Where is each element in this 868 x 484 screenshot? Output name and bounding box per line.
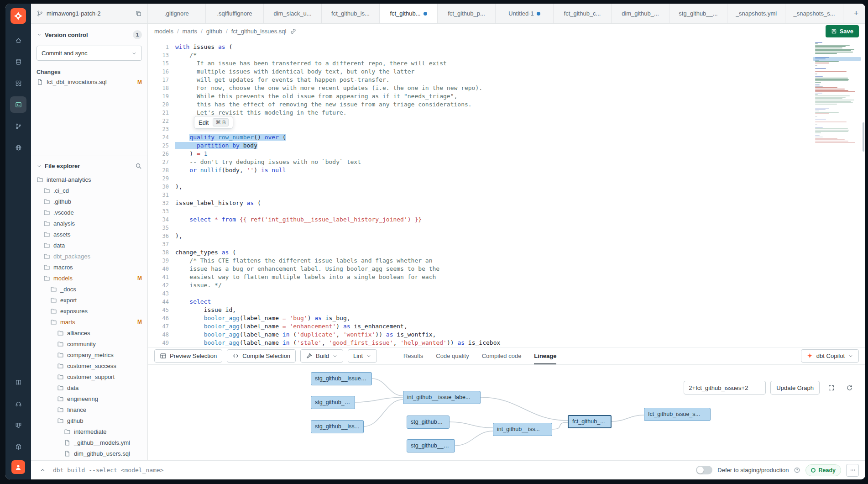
editor-tab[interactable]: _snapshots.yml bbox=[727, 4, 785, 23]
tree-item-exposures[interactable]: exposures bbox=[31, 305, 147, 316]
tree-item-finance[interactable]: finance bbox=[31, 404, 147, 415]
tree-item-intermediate[interactable]: intermediate bbox=[31, 426, 147, 437]
copy-branch-icon[interactable] bbox=[135, 10, 142, 17]
tree-item-dbt_packages[interactable]: dbt_packages bbox=[31, 251, 147, 262]
rail-item-boards[interactable] bbox=[10, 417, 26, 433]
lineage-node[interactable]: stg_github__issue_... bbox=[311, 372, 372, 385]
editor-tab[interactable]: dim_github_... bbox=[612, 4, 669, 23]
code-line[interactable]: 41 easiest way to flatten multiple label… bbox=[148, 273, 865, 281]
save-button[interactable]: Save bbox=[826, 25, 859, 37]
breadcrumb-segment[interactable]: models bbox=[154, 28, 173, 35]
edit-tooltip[interactable]: Edit ⌘ B bbox=[194, 116, 233, 129]
result-tab-lineage[interactable]: Lineage bbox=[534, 347, 556, 364]
code-line[interactable]: 47 boolor_agg(label_name = 'enhancement'… bbox=[148, 322, 865, 331]
code-line[interactable]: 23 bbox=[148, 125, 865, 133]
lineage-selector-input[interactable] bbox=[684, 381, 766, 395]
code-line[interactable]: 40 issue has a bug or enhancement label.… bbox=[148, 265, 865, 273]
rail-item-support[interactable] bbox=[10, 395, 26, 412]
overflow-menu-button[interactable] bbox=[846, 464, 859, 477]
code-line[interactable]: 13 /* bbox=[148, 51, 865, 59]
tree-item-alliances[interactable]: alliances bbox=[31, 327, 147, 338]
chevron-down-icon[interactable] bbox=[37, 32, 42, 37]
code-line[interactable]: 46 boolor_agg(label_name = 'bug') as is_… bbox=[148, 314, 865, 322]
editor-scrollbar[interactable] bbox=[863, 122, 864, 152]
rail-item-deploy[interactable] bbox=[10, 53, 26, 70]
code-line[interactable]: 38change_types as ( bbox=[148, 248, 865, 257]
dbt-copilot-button[interactable]: dbt Copilot bbox=[801, 349, 859, 363]
code-line[interactable]: 22 bbox=[148, 117, 865, 125]
status-badge[interactable]: Ready bbox=[805, 464, 841, 476]
expand-command-bar-button[interactable] bbox=[37, 465, 47, 475]
user-avatar[interactable] bbox=[11, 460, 25, 474]
tree-item-community[interactable]: community bbox=[31, 338, 147, 349]
code-line[interactable]: 32issue_label_history as ( bbox=[148, 199, 865, 207]
tree-item-company_metrics[interactable]: company_metrics bbox=[31, 349, 147, 360]
code-line[interactable]: 33 bbox=[148, 207, 865, 216]
file-explorer-header[interactable]: File explorer bbox=[31, 156, 147, 172]
rail-item-develop[interactable] bbox=[10, 96, 26, 113]
tree-item-internal-analytics[interactable]: internal-analytics bbox=[31, 174, 147, 185]
rail-item-notebook[interactable] bbox=[10, 374, 26, 390]
code-line[interactable]: 25 partition by body bbox=[148, 142, 865, 150]
editor-tab[interactable]: stg_github__... bbox=[669, 4, 727, 23]
editor-tab[interactable]: fct_github... bbox=[380, 4, 438, 23]
code-line[interactable]: 26 ) = 1 bbox=[148, 150, 865, 158]
lineage-node[interactable]: fct_github_issue_s... bbox=[644, 408, 711, 421]
code-line[interactable]: 30), bbox=[148, 183, 865, 191]
chevron-down-icon[interactable] bbox=[37, 163, 42, 169]
code-line[interactable]: 20 this has the effect of removing the n… bbox=[148, 100, 865, 109]
branch-widget[interactable]: mirnawong1-patch-2 bbox=[31, 4, 148, 23]
tree-item-models[interactable]: modelsM bbox=[31, 273, 147, 284]
update-graph-button[interactable]: Update Graph bbox=[770, 381, 820, 395]
tree-item-marts[interactable]: martsM bbox=[31, 316, 147, 327]
editor-tab[interactable]: fct_github_is... bbox=[322, 4, 380, 23]
tree-item-.github[interactable]: .github bbox=[31, 196, 147, 207]
tree-item-engineering[interactable]: engineering bbox=[31, 393, 147, 404]
minimap[interactable] bbox=[815, 42, 859, 143]
changed-file-item[interactable]: fct_dbt_invocations.sqlM bbox=[31, 77, 147, 87]
code-editor[interactable]: 1with issues as (13 /*15 If an issue has… bbox=[148, 39, 865, 347]
tree-item-export[interactable]: export bbox=[31, 295, 147, 305]
tree-item-assets[interactable]: assets bbox=[31, 229, 147, 240]
new-tab-button[interactable]: + bbox=[847, 4, 865, 23]
code-line[interactable]: 29 bbox=[148, 174, 865, 183]
editor-tab[interactable]: .sqlfluffignore bbox=[206, 4, 264, 23]
editor-tab[interactable]: .gitignore bbox=[148, 4, 206, 23]
breadcrumb-segment[interactable]: github bbox=[206, 28, 222, 35]
refresh-graph-button[interactable] bbox=[842, 381, 856, 395]
tree-item-analysis[interactable]: analysis bbox=[31, 218, 147, 229]
tree-item-dim_github_users.sql[interactable]: dim_github_users.sql bbox=[31, 448, 147, 459]
result-tab-results[interactable]: Results bbox=[403, 347, 423, 364]
tree-item-data[interactable]: data bbox=[31, 240, 147, 251]
code-line[interactable]: 44 select bbox=[148, 298, 865, 306]
code-line[interactable]: 49 boolor_agg(label_name in ('stale', 'g… bbox=[148, 339, 865, 347]
editor-tab[interactable]: fct_github_p... bbox=[438, 4, 496, 23]
toolbar-button-lint[interactable]: Lint bbox=[348, 349, 377, 363]
code-line[interactable]: 17 will get updates for events that happ… bbox=[148, 76, 865, 84]
editor-tab[interactable]: fct_github_c... bbox=[554, 4, 612, 23]
tree-item-_docs[interactable]: _docs bbox=[31, 284, 147, 295]
code-line[interactable]: 15 If an issue has been transferred to a… bbox=[148, 59, 865, 68]
toolbar-button-preview-selection[interactable]: Preview Selection bbox=[154, 349, 222, 363]
lineage-node[interactable]: int_github__iss... bbox=[493, 423, 552, 436]
lineage-node[interactable]: stg_github__iss... bbox=[311, 420, 364, 433]
code-line[interactable]: 24 qualify row_number() over ( bbox=[148, 133, 865, 142]
code-line[interactable]: 16 multiple issues with identical body t… bbox=[148, 68, 865, 76]
tree-item-customer_support[interactable]: customer_support bbox=[31, 371, 147, 382]
code-line[interactable]: 18 For now, choose the one with more rec… bbox=[148, 84, 865, 92]
lineage-node[interactable]: fct_github_... bbox=[568, 415, 612, 428]
code-line[interactable]: 43 bbox=[148, 289, 865, 298]
code-line[interactable]: 42 issue. */ bbox=[148, 281, 865, 289]
code-line[interactable]: 31 bbox=[148, 191, 865, 199]
code-line[interactable]: 36), bbox=[148, 232, 865, 240]
tree-item-.vscode[interactable]: .vscode bbox=[31, 207, 147, 218]
code-line[interactable]: 39 /* This CTE flattens the different is… bbox=[148, 257, 865, 265]
rail-item-apps[interactable] bbox=[10, 75, 26, 91]
lineage-node[interactable]: stg_github__re... bbox=[407, 439, 455, 452]
code-line[interactable]: 34 select * from {{ ref('int_github__iss… bbox=[148, 216, 865, 224]
code-line[interactable]: 27 -- don't try deduping issues with no … bbox=[148, 158, 865, 166]
rail-item-explore[interactable] bbox=[10, 139, 26, 156]
editor-tab[interactable]: _snapshots_s... bbox=[785, 4, 843, 23]
help-icon[interactable] bbox=[794, 467, 800, 473]
tree-item-.ci_cd[interactable]: .ci_cd bbox=[31, 185, 147, 196]
